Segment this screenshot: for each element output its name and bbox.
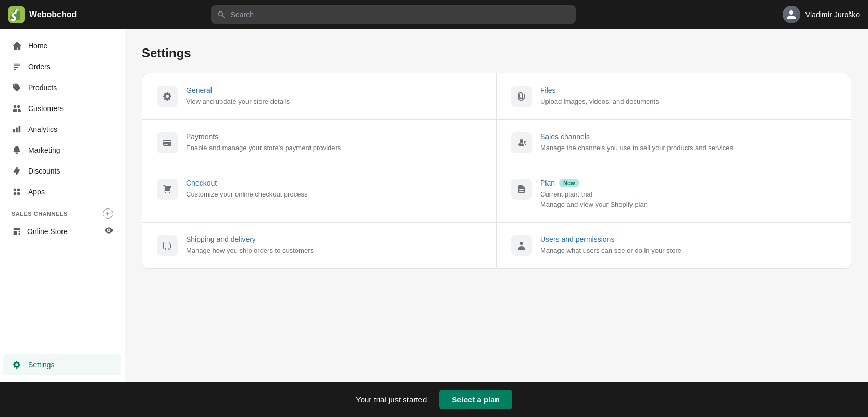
shipping-title: Shipping and delivery (186, 235, 256, 243)
brand[interactable]: Webobchod (8, 6, 113, 23)
online-store-icon (11, 226, 22, 237)
sidebar-item-settings-label: Settings (28, 361, 55, 369)
users-icon (516, 240, 527, 251)
sidebar-item-apps-label: Apps (28, 188, 45, 196)
gear-icon (162, 91, 172, 102)
apps-icon (11, 187, 22, 197)
channels-icon-wrap (511, 132, 532, 153)
shipping-desc: Manage how you ship orders to customers (186, 246, 481, 256)
shipping-icon-wrap (157, 235, 178, 256)
topbar: Webobchod Vladimír Juroško (0, 0, 868, 29)
marketing-icon (11, 145, 22, 155)
settings-item-payments[interactable]: Payments Enable and manage your store's … (142, 120, 497, 166)
customers-icon (11, 103, 22, 114)
sidebar-item-customers[interactable]: Customers (3, 98, 121, 119)
sidebar-item-marketing-label: Marketing (28, 146, 60, 154)
general-desc: View and update your store details (186, 96, 481, 107)
plan-desc: Current plan: trial Manage and view your… (540, 189, 836, 210)
orders-icon (11, 62, 22, 72)
sidebar-item-discounts[interactable]: Discounts (3, 161, 121, 181)
settings-item-general[interactable]: General View and update your store detai… (142, 73, 497, 120)
channels-icon (516, 138, 527, 148)
online-store-label: Online Store (27, 227, 68, 236)
bottom-bar: Your trial just started Select a plan (0, 382, 868, 417)
sidebar-item-analytics[interactable]: Analytics (3, 119, 121, 140)
files-title: Files (540, 86, 556, 94)
main-content: Settings General View and update your st… (125, 29, 868, 382)
payments-icon-wrap (157, 132, 178, 153)
sidebar-item-marketing[interactable]: Marketing (3, 140, 121, 161)
sidebar-item-analytics-label: Analytics (28, 125, 57, 133)
add-channel-button[interactable] (103, 208, 113, 219)
payments-desc: Enable and manage your store's payment p… (186, 143, 481, 153)
search-icon (217, 10, 226, 19)
brand-name: Webobchod (29, 10, 77, 19)
payments-icon (162, 138, 172, 148)
sidebar-item-products[interactable]: Products (3, 77, 121, 98)
settings-item-plan[interactable]: Plan New Current plan: trial Manage and … (497, 166, 851, 223)
settings-card: General View and update your store detai… (142, 73, 851, 269)
plan-title: Plan (540, 179, 555, 187)
discounts-icon (11, 166, 22, 176)
checkout-icon (162, 184, 172, 194)
user-name: Vladimír Juroško (805, 10, 860, 19)
checkout-icon-wrap (157, 179, 178, 200)
sidebar-item-orders-label: Orders (28, 63, 51, 71)
paperclip-icon (516, 91, 527, 102)
sidebar-item-orders[interactable]: Orders (3, 56, 121, 77)
settings-grid: General View and update your store detai… (142, 73, 851, 268)
files-icon-wrap (511, 86, 532, 107)
payments-title: Payments (186, 132, 218, 141)
sidebar-item-apps[interactable]: Apps (3, 181, 121, 202)
shopify-logo-icon (8, 6, 25, 23)
analytics-icon (11, 124, 22, 134)
settings-item-files[interactable]: Files Upload images, videos, and documen… (497, 73, 851, 120)
sales-channels-title: SALES CHANNELS (11, 211, 68, 217)
users-desc: Manage what users can see or do in your … (540, 246, 836, 256)
users-icon-wrap (511, 235, 532, 256)
trial-text: Your trial just started (356, 395, 427, 404)
sidebar-item-online-store[interactable]: Online Store (3, 221, 121, 242)
settings-item-sales-channels[interactable]: Sales channels Manage the channels you u… (497, 120, 851, 166)
users-title: Users and permissions (540, 235, 614, 243)
plan-icon-wrap (511, 179, 532, 200)
shipping-icon (162, 240, 172, 251)
sidebar-item-discounts-label: Discounts (28, 167, 60, 175)
checkout-desc: Customize your online checkout process (186, 189, 481, 200)
sales-channels-header: SALES CHANNELS (3, 202, 121, 221)
sidebar-item-customers-label: Customers (28, 104, 64, 113)
user-menu[interactable]: Vladimír Juroško (766, 6, 860, 23)
eye-icon (105, 226, 113, 237)
plan-new-badge: New (559, 179, 579, 187)
files-desc: Upload images, videos, and documents (540, 96, 836, 107)
main-layout: Home Orders Products Customers Analytics (0, 29, 868, 382)
home-icon (11, 41, 22, 51)
search-container (211, 5, 576, 24)
sidebar-item-home-label: Home (28, 42, 47, 50)
select-plan-button[interactable]: Select a plan (439, 390, 512, 409)
sidebar: Home Orders Products Customers Analytics (0, 29, 125, 382)
settings-icon (11, 360, 22, 370)
sidebar-item-products-label: Products (28, 83, 57, 92)
products-icon (11, 82, 22, 93)
settings-item-shipping[interactable]: Shipping and delivery Manage how you shi… (142, 223, 497, 268)
page-title: Settings (142, 46, 851, 60)
sales-channels-desc: Manage the channels you use to sell your… (540, 143, 836, 153)
sales-channels-title: Sales channels (540, 132, 590, 141)
checkout-title: Checkout (186, 179, 217, 187)
sidebar-item-settings[interactable]: Settings (3, 354, 121, 375)
settings-item-checkout[interactable]: Checkout Customize your online checkout … (142, 166, 497, 223)
general-title: General (186, 86, 212, 94)
general-icon-wrap (157, 86, 178, 107)
settings-item-users[interactable]: Users and permissions Manage what users … (497, 223, 851, 268)
avatar (783, 6, 800, 23)
search-input[interactable] (211, 5, 576, 24)
sidebar-item-home[interactable]: Home (3, 35, 121, 56)
plan-icon (516, 184, 527, 194)
